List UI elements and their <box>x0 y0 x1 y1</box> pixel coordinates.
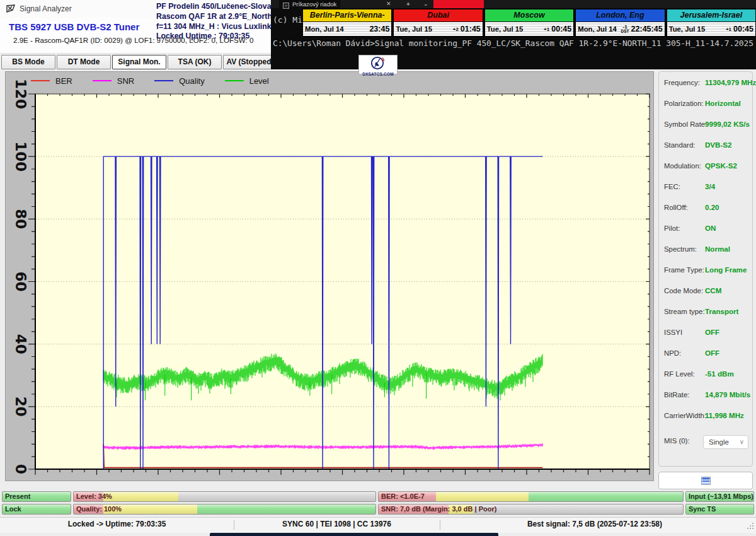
parameter-panel: Frequency:11304,979 MHzPolarization:Hori… <box>658 71 753 467</box>
clock-utc-offset: +2 <box>453 27 459 32</box>
clock-body: Mon, Jul 1423:45 <box>303 22 391 36</box>
clock-time: 01:45 <box>461 25 481 33</box>
y-axis-tick-label: 40 <box>13 334 29 354</box>
taskbar-edge[interactable] <box>210 533 498 536</box>
panel-label-carrierwidth: CarrierWidth: <box>664 412 706 419</box>
tab-dt-mode[interactable]: DT Mode <box>57 55 111 69</box>
indicator-lock: Lock <box>2 504 71 515</box>
clock-berlin-paris-vienna-roma: Berlin-Paris-Vienna-RomaMon, Jul 1423:45 <box>302 9 392 37</box>
clock-time: 22:45:45 <box>631 25 663 33</box>
panel-label-bitrate: BitRate: <box>664 391 690 399</box>
panel-label-rolloff: RollOff: <box>664 204 688 211</box>
panel-label-modulation: Modulation: <box>664 162 701 170</box>
antenna-info: PF Prodelin 450/Lučenec-Slovakia Rascom … <box>156 2 272 42</box>
stream-info-button[interactable] <box>658 472 753 489</box>
chevron-down-icon: ∨ <box>740 436 744 448</box>
stream-info-icon <box>701 477 711 485</box>
panel-label-frame-type: Frame Type: <box>664 266 704 274</box>
indicator-snr: SNR: 7,0 dB (Margin: 3,0 dB | Poor) <box>378 504 684 515</box>
clock-body: Tue, Jul 15+100:45 <box>667 22 755 36</box>
tab-bs-mode[interactable]: BS Mode <box>1 55 55 69</box>
panel-label-code-mode: Code Mode: <box>664 287 703 294</box>
indicator-present: Present <box>2 491 71 502</box>
clock-date: Tue, Jul 15 <box>487 25 544 33</box>
clock-time: 00:45 <box>733 25 753 33</box>
panel-value: DVB-S2 <box>705 141 732 149</box>
antenna-line: Locked Uptime : 79:03:35 <box>156 32 272 42</box>
panel-value: 0.20 <box>705 203 719 211</box>
panel-label-fec: FEC: <box>664 183 680 190</box>
y-axis-tick-label: 120 <box>13 79 29 109</box>
terminal-command-line[interactable]: C:\Users\Roman Dávid>Signal monitoring_P… <box>273 38 754 48</box>
antenna-line: PF Prodelin 450/Lučenec-Slovakia <box>156 2 272 12</box>
panel-value: Normal <box>705 245 730 253</box>
panel-label-polarization: Polarization: <box>664 100 704 107</box>
indicator-level: Level: 34% <box>73 491 376 502</box>
tab-signal-mon[interactable]: Signal Mon. <box>112 55 166 69</box>
panel-value: Transport <box>705 307 738 315</box>
world-clocks: Berlin-Paris-Vienna-RomaMon, Jul 1423:45… <box>302 9 756 37</box>
panel-value: Horizontal <box>705 99 741 107</box>
panel-label-pilot: Pilot: <box>664 224 680 232</box>
panel-value: 11304,979 MHz <box>705 78 756 86</box>
mis-dropdown-value: Single <box>709 438 729 446</box>
clock-date: Mon, Jul 14 <box>578 25 621 33</box>
cmd-icon: > <box>283 3 289 9</box>
panel-value: -51 dBm <box>705 370 734 378</box>
tab-dropdown-icon[interactable]: ⌄ <box>423 0 428 8</box>
clock-time: 23:45 <box>369 25 389 33</box>
red-window-fragment <box>433 0 484 8</box>
clock-city: Berlin-Paris-Vienna-Roma <box>303 9 391 22</box>
indicator-sync-ts: Sync TS <box>685 504 754 515</box>
clock-date: Tue, Jul 15 <box>396 25 452 33</box>
logo-text: DXSATCS.COM <box>359 72 397 76</box>
clock-city: London, Eng <box>576 9 664 22</box>
y-axis-tick-label: 20 <box>13 397 29 417</box>
y-axis-tick-label: 60 <box>13 271 29 291</box>
panel-value: 11,998 MHz <box>705 411 744 419</box>
panel-value: OFF <box>705 349 719 357</box>
panel-value: 14,879 Mbit/s <box>705 390 750 399</box>
resize-grip[interactable] <box>747 522 754 529</box>
panel-label-npd: NPD: <box>664 349 681 357</box>
panel-value: 9999,02 KS/s <box>705 120 750 128</box>
new-tab-icon[interactable]: + <box>406 0 410 8</box>
clock-moscow: MoscowTue, Jul 15+100:45 <box>484 9 574 37</box>
mis-dropdown[interactable]: Single∨ <box>703 435 748 449</box>
clock-utc-offset: -1 <box>623 25 627 29</box>
panel-label-issyi: ISSYI <box>664 329 682 336</box>
panel-value: QPSK-S2 <box>705 161 737 170</box>
tab-av-stopped[interactable]: AV (Stopped) <box>223 55 277 69</box>
indicator-quality: Quality: 100% <box>73 504 376 515</box>
clock-body: Tue, Jul 15+100:45 <box>485 22 573 36</box>
clock-city: Jerusalem-Israel <box>667 9 755 22</box>
status-bar: Locked -> Uptime: 79:03:35 SYNC 60 | TEI… <box>0 517 756 533</box>
clock-date: Tue, Jul 15 <box>669 25 726 33</box>
tab-tsa-ok[interactable]: TSA (OK) <box>168 55 222 69</box>
clock-city: Dubai <box>394 9 482 22</box>
panel-value: ON <box>705 224 716 232</box>
satellite-dish-icon <box>370 56 386 70</box>
antenna-line: Rascom QAF 1R at 2.9°E_North <box>156 12 272 22</box>
indicator-ber: BER: <1.0E-7 <box>378 491 684 502</box>
signal-chart: BERSNRQualityLevel 020406080100120 <box>5 71 654 481</box>
antenna-line: f=11 304 MHz_H : Vicus Luxlink <box>156 22 272 32</box>
tab-close-icon[interactable]: ✕ <box>386 0 391 8</box>
terminal-tab[interactable]: >Príkazový riadok <box>279 0 340 8</box>
dxsatcs-logo: DXSATCS.COM <box>358 55 398 74</box>
panel-value: CCM <box>705 286 721 294</box>
chart-plot: 020406080100120 <box>6 72 653 483</box>
clock-date: Mon, Jul 14 <box>305 25 367 33</box>
terminal-tab-title: Príkazový riadok <box>292 1 336 8</box>
panel-label-rf-level: RF Level: <box>664 370 695 378</box>
status-sync: SYNC 60 | TEI 1098 | CC 13976 <box>234 520 440 528</box>
y-axis-tick-label: 0 <box>13 464 29 474</box>
window-title: Signal Analyzer <box>20 4 72 13</box>
terminal-copyright-fragment: (c) Mi <box>273 15 302 25</box>
terminal-tabbar: >Príkazový riadok ✕ + ⌄ <box>271 0 756 8</box>
clock-body: Tue, Jul 15+201:45 <box>394 22 482 36</box>
panel-label-symbol-rate: Symbol Rate: <box>664 120 707 128</box>
clock-utc-offset: +1 <box>544 27 549 32</box>
panel-label-spectrum: Spectrum: <box>664 245 697 253</box>
clock-dst-flag: DST <box>621 29 629 33</box>
